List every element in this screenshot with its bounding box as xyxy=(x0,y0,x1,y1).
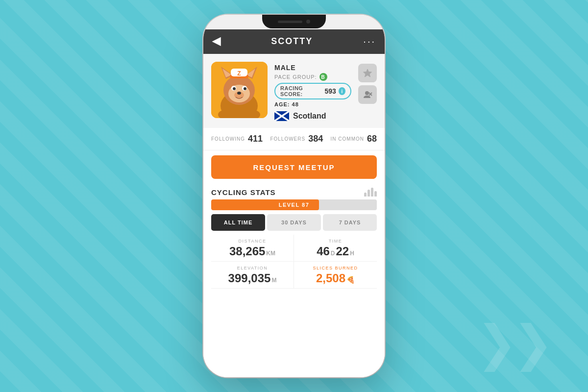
screen: ◀ SCOTTY ··· xyxy=(203,28,385,377)
pace-badge: B xyxy=(319,73,327,81)
pizza-icon: 🍕 xyxy=(346,276,355,284)
notch-camera xyxy=(306,20,310,24)
in-common-stat: IN COMMON 68 xyxy=(331,134,377,144)
followers-value: 384 xyxy=(308,134,323,144)
following-value: 411 xyxy=(248,134,263,144)
remove-user-icon xyxy=(363,90,372,99)
age-label: AGE: xyxy=(274,101,290,107)
info-icon[interactable]: i xyxy=(339,87,345,95)
time-hours-unit: H xyxy=(350,250,354,257)
svg-point-11 xyxy=(244,87,246,90)
pace-group-row: PACE GROUP: B xyxy=(274,73,351,81)
profile-actions xyxy=(358,64,377,104)
time-days-value: 46 xyxy=(317,245,330,258)
age-value: 48 xyxy=(292,101,299,107)
nav-title: SCOTTY xyxy=(271,36,313,47)
racing-score-box: RACING SCORE: 593 i xyxy=(274,83,351,99)
following-label: FOLLOWING xyxy=(211,136,245,142)
gender-label: MALE xyxy=(274,64,351,72)
time-metric: TIME 46 D 22 H xyxy=(294,235,377,262)
more-button[interactable]: ··· xyxy=(363,36,376,47)
racing-score-label: RACING SCORE: xyxy=(280,85,322,97)
time-tabs: ALL TIME 30 DAYS 7 DAYS xyxy=(211,214,377,231)
notch-speaker xyxy=(278,21,302,23)
distance-metric: DISTANCE 38,265 KM xyxy=(211,235,294,262)
metrics-grid: DISTANCE 38,265 KM TIME 46 D 22 H ELEVAT… xyxy=(203,235,385,289)
scotland-flag-icon xyxy=(274,111,289,121)
cycling-stats-header: CYCLING STATS xyxy=(203,184,385,199)
elevation-metric: ELEVATION 399,035 M xyxy=(211,262,294,289)
elevation-value-row: 399,035 M xyxy=(215,271,290,285)
followers-label: FOLLOWERS xyxy=(270,136,305,142)
time-hours-value: 22 xyxy=(336,245,349,258)
pace-label: PACE GROUP: xyxy=(274,74,317,80)
phone-shell: ◀ SCOTTY ··· xyxy=(203,15,385,377)
svg-point-10 xyxy=(233,87,236,90)
time-label: TIME xyxy=(298,239,373,244)
slices-metric: SLICES BURNED 2,508 🍕 xyxy=(294,262,377,289)
slices-label: SLICES BURNED xyxy=(298,266,373,270)
phone-top xyxy=(203,15,385,29)
distance-value: 38,265 xyxy=(229,245,265,258)
avatar: Z xyxy=(211,62,268,118)
svg-point-13 xyxy=(237,92,241,95)
svg-text:Z: Z xyxy=(237,70,241,77)
location-text: Scotland xyxy=(293,112,326,121)
tab-all-time[interactable]: ALL TIME xyxy=(211,214,265,231)
following-stat: FOLLOWING 411 xyxy=(211,134,263,144)
distance-value-row: 38,265 KM xyxy=(215,245,290,258)
star-icon xyxy=(363,68,372,78)
time-value-row: 46 D 22 H xyxy=(298,245,373,258)
distance-label: DISTANCE xyxy=(215,239,290,244)
level-bar: LEVEL 87 xyxy=(211,199,377,210)
tab-30-days[interactable]: 30 DAYS xyxy=(267,214,321,231)
elevation-value: 399,035 xyxy=(228,271,271,285)
distance-unit: KM xyxy=(266,250,275,257)
bar-chart-button[interactable] xyxy=(364,188,377,196)
social-stats-row: FOLLOWING 411 FOLLOWERS 384 IN COMMON 68 xyxy=(203,128,385,150)
request-meetup-button[interactable]: REQUEST MEETUP xyxy=(211,155,377,179)
cycling-stats-title: CYCLING STATS xyxy=(211,188,276,196)
racing-score-value: 593 xyxy=(324,87,336,95)
tab-7-days[interactable]: 7 DAYS xyxy=(323,214,377,231)
profile-info: MALE PACE GROUP: B RACING SCORE: 593 i A… xyxy=(274,62,351,121)
in-common-value: 68 xyxy=(367,134,377,144)
elevation-label: ELEVATION xyxy=(215,266,290,270)
back-button[interactable]: ◀ xyxy=(212,35,220,48)
slices-value: 2,508 xyxy=(316,271,345,285)
age-row: AGE: 48 xyxy=(274,101,351,107)
svg-point-25 xyxy=(365,91,369,95)
level-label: LEVEL 87 xyxy=(279,202,310,208)
in-common-label: IN COMMON xyxy=(331,136,364,142)
profile-section: Z MALE PACE GROUP: B RACING SCORE: 593 i xyxy=(203,54,385,128)
notch xyxy=(262,15,326,28)
remove-friend-button[interactable] xyxy=(358,85,377,104)
time-days-unit: D xyxy=(331,250,335,257)
elevation-unit: M xyxy=(271,277,276,284)
followers-stat: FOLLOWERS 384 xyxy=(270,134,323,144)
favorite-button[interactable] xyxy=(358,64,377,82)
svg-marker-24 xyxy=(364,69,372,77)
nav-bar: ◀ SCOTTY ··· xyxy=(203,28,385,54)
bg-decoration: ❯❯ xyxy=(476,323,549,363)
slices-value-row: 2,508 🍕 xyxy=(298,271,373,285)
location-row: Scotland xyxy=(274,111,351,121)
